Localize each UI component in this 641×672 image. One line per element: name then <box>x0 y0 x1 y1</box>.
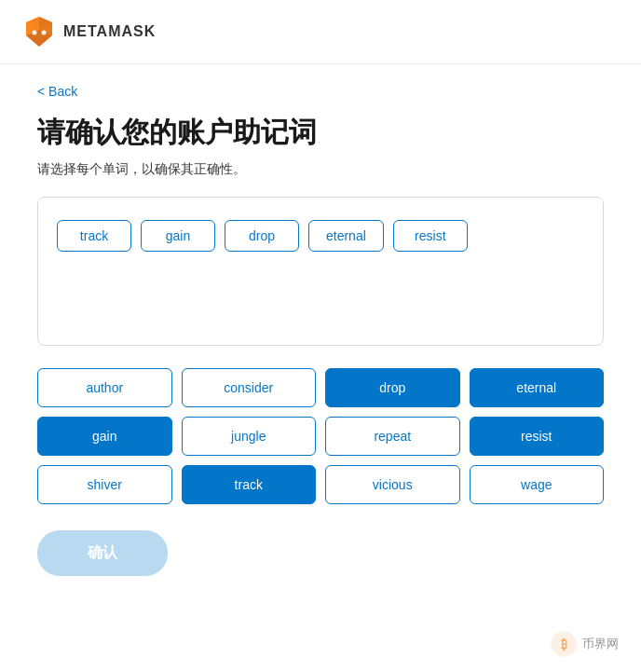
wordbank-chip[interactable]: vicious <box>325 465 460 504</box>
subtitle: 请选择每个单词，以确保其正确性。 <box>37 161 604 178</box>
watermark-text: 币界网 <box>582 636 619 652</box>
header: METAMASK <box>0 0 641 64</box>
dropzone: trackgaindropeternalresist <box>37 197 604 346</box>
dropzone-words: trackgaindropeternalresist <box>57 220 584 252</box>
logo-text: METAMASK <box>63 23 156 40</box>
dropzone-word[interactable]: gain <box>141 220 215 252</box>
watermark: ₿ 币界网 <box>551 631 619 657</box>
svg-text:₿: ₿ <box>561 638 567 651</box>
metamask-logo-icon <box>22 15 56 48</box>
wordbank-chip[interactable]: shiver <box>37 465 172 504</box>
wordbank: authorconsiderdropeternalgainjunglerepea… <box>37 368 604 504</box>
confirm-button[interactable]: 确认 <box>37 530 168 576</box>
wordbank-chip[interactable]: author <box>37 368 172 407</box>
dropzone-word[interactable]: resist <box>393 220 468 252</box>
wordbank-chip[interactable]: repeat <box>325 417 460 456</box>
wordbank-chip[interactable]: jungle <box>182 417 317 456</box>
wordbank-chip[interactable]: track <box>182 465 317 504</box>
wordbank-chip[interactable]: resist <box>470 417 605 456</box>
wordbank-chip[interactable]: gain <box>37 417 172 456</box>
wordbank-chip[interactable]: consider <box>182 368 317 407</box>
dropzone-word[interactable]: drop <box>225 220 299 252</box>
dropzone-word[interactable]: eternal <box>308 220 384 252</box>
wordbank-chip[interactable]: eternal <box>470 368 605 407</box>
dropzone-word[interactable]: track <box>57 220 131 252</box>
wordbank-chip[interactable]: wage <box>470 465 605 504</box>
svg-point-7 <box>42 31 47 35</box>
svg-point-6 <box>33 31 37 35</box>
main-content: < Back 请确认您的账户助记词 请选择每个单词，以确保其正确性。 track… <box>0 64 641 613</box>
page-title: 请确认您的账户助记词 <box>37 114 604 150</box>
wordbank-chip[interactable]: drop <box>325 368 460 407</box>
back-button[interactable]: < Back <box>37 84 77 99</box>
watermark-icon: ₿ <box>551 631 577 657</box>
